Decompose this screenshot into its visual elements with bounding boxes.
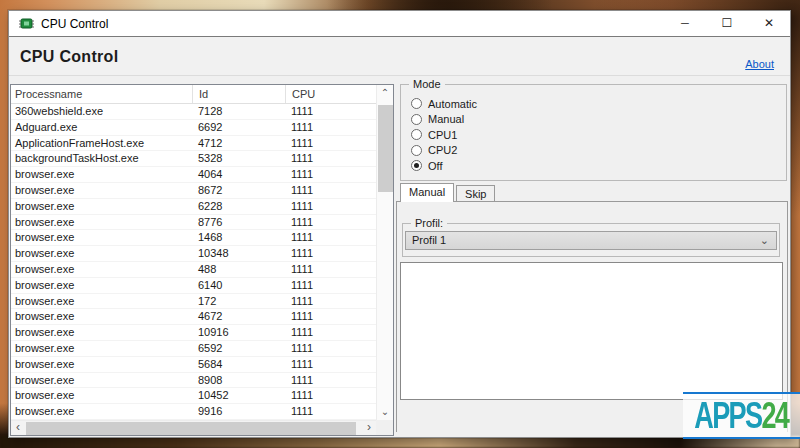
radio-button-icon[interactable] [411, 129, 422, 140]
cell-cpu: 1111 [285, 373, 369, 388]
cell-id: 1468 [192, 230, 285, 245]
radio-button-icon[interactable] [411, 145, 422, 156]
cell-processname: ApplicationFrameHost.exe [11, 136, 192, 151]
cell-cpu: 1111 [285, 388, 369, 403]
cell-processname: browser.exe [11, 325, 192, 340]
table-row[interactable]: browser.exe 1468 1111 [11, 230, 376, 246]
cell-cpu: 1111 [285, 278, 369, 293]
cell-processname: Adguard.exe [11, 120, 192, 135]
about-link[interactable]: About [745, 58, 774, 70]
table-row[interactable]: browser.exe 488 1111 [11, 262, 376, 278]
cell-cpu: 1111 [285, 262, 369, 277]
radio-label: Manual [428, 113, 464, 125]
cell-id: 8908 [192, 373, 285, 388]
cell-cpu: 1111 [285, 404, 369, 419]
radio-button-icon[interactable] [411, 114, 422, 125]
table-header-row: Processname Id CPU [11, 85, 393, 104]
scrollbar-corner [376, 420, 393, 435]
cell-processname: browser.exe [11, 215, 192, 230]
cell-id: 6692 [192, 120, 285, 135]
cell-processname: browser.exe [11, 373, 192, 388]
titlebar[interactable]: CPU Control ─ ☐ ✕ [9, 11, 790, 36]
cell-processname: browser.exe [11, 167, 192, 182]
scroll-right-icon[interactable]: › [362, 421, 376, 436]
page-title: CPU Control [20, 48, 118, 66]
table-row[interactable]: browser.exe 9916 1111 [11, 404, 376, 420]
table-row[interactable]: browser.exe 6140 1111 [11, 278, 376, 294]
cell-cpu: 1111 [285, 120, 369, 135]
cell-id: 5328 [192, 151, 285, 166]
table-row[interactable]: browser.exe 8908 1111 [11, 373, 376, 389]
table-row[interactable]: 360webshield.exe 7128 1111 [11, 104, 376, 120]
cell-cpu: 1111 [285, 230, 369, 245]
vertical-scroll-thumb[interactable] [378, 105, 393, 192]
table-row[interactable]: browser.exe 6592 1111 [11, 341, 376, 357]
table-row[interactable]: backgroundTaskHost.exe 5328 1111 [11, 151, 376, 167]
cell-processname: browser.exe [11, 388, 192, 403]
table-row[interactable]: browser.exe 10452 1111 [11, 388, 376, 404]
maximize-button[interactable]: ☐ [706, 11, 748, 36]
table-row[interactable]: browser.exe 172 1111 [11, 294, 376, 310]
mode-radio-option[interactable]: Automatic [411, 96, 786, 112]
radio-label: Off [428, 160, 442, 172]
cell-cpu: 1111 [285, 246, 369, 261]
header-band: CPU Control About [9, 37, 790, 76]
cell-cpu: 1111 [285, 199, 369, 214]
table-body: 360webshield.exe 7128 1111 Adguard.exe 6… [11, 104, 376, 420]
cell-processname: browser.exe [11, 341, 192, 356]
table-row[interactable]: browser.exe 10916 1111 [11, 325, 376, 341]
mode-radio-option[interactable]: Manual [411, 112, 786, 128]
cell-cpu: 1111 [285, 215, 369, 230]
tabstrip: Manual Skip [400, 183, 497, 202]
apps24-watermark-text: APPS24 [695, 394, 789, 437]
profil-group-label: Profil: [411, 217, 447, 229]
cell-cpu: 1111 [285, 151, 369, 166]
tab[interactable]: Skip [456, 185, 495, 202]
cell-processname: browser.exe [11, 404, 192, 419]
scroll-up-icon[interactable]: ⌃ [377, 85, 393, 101]
table-row[interactable]: browser.exe 4064 1111 [11, 167, 376, 183]
radio-button-icon[interactable] [411, 98, 422, 109]
profile-combobox[interactable]: Profil 1 ⌄ [405, 231, 777, 250]
cell-id: 4712 [192, 136, 285, 151]
table-row[interactable]: Adguard.exe 6692 1111 [11, 120, 376, 136]
table-row[interactable]: ApplicationFrameHost.exe 4712 1111 [11, 136, 376, 152]
cell-processname: browser.exe [11, 357, 192, 372]
cell-id: 8672 [192, 183, 285, 198]
table-row[interactable]: browser.exe 10348 1111 [11, 246, 376, 262]
mode-radio-option[interactable]: CPU1 [411, 127, 786, 143]
cell-id: 8776 [192, 215, 285, 230]
cell-processname: browser.exe [11, 230, 192, 245]
table-row[interactable]: browser.exe 6228 1111 [11, 199, 376, 215]
table-row[interactable]: browser.exe 5684 1111 [11, 357, 376, 373]
cell-id: 7128 [192, 104, 285, 119]
column-header-cpu[interactable]: CPU [285, 85, 369, 103]
table-row[interactable]: browser.exe 8672 1111 [11, 183, 376, 199]
table-row[interactable]: browser.exe 4672 1111 [11, 309, 376, 325]
process-listview[interactable]: Processname Id CPU 360webshield.exe 7128… [10, 84, 394, 436]
cell-processname: browser.exe [11, 199, 192, 214]
cell-processname: browser.exe [11, 262, 192, 277]
cell-processname: browser.exe [11, 294, 192, 309]
vertical-scrollbar[interactable]: ⌃ ⌄ [376, 85, 393, 420]
cpu-control-window: CPU Control ─ ☐ ✕ CPU Control About Proc… [8, 10, 791, 438]
horizontal-scroll-thumb[interactable] [26, 422, 356, 435]
column-header-processname[interactable]: Processname [11, 85, 192, 103]
close-button[interactable]: ✕ [748, 11, 790, 36]
scroll-down-icon[interactable]: ⌄ [377, 404, 393, 420]
cell-cpu: 1111 [285, 309, 369, 324]
radio-button-icon[interactable] [411, 160, 422, 171]
profile-process-listbox[interactable] [400, 262, 783, 400]
tab[interactable]: Manual [400, 183, 454, 202]
table-row[interactable]: browser.exe 8776 1111 [11, 215, 376, 231]
cell-id: 10348 [192, 246, 285, 261]
mode-radio-option[interactable]: Off [411, 158, 786, 174]
cell-id: 6140 [192, 278, 285, 293]
minimize-button[interactable]: ─ [664, 11, 706, 36]
horizontal-scrollbar[interactable]: ‹ › [11, 420, 376, 435]
mode-groupbox: Mode Automatic Manual CPU1 CPU2 [400, 84, 787, 181]
mode-radio-option[interactable]: CPU2 [411, 143, 786, 159]
cell-processname: browser.exe [11, 183, 192, 198]
column-header-id[interactable]: Id [192, 85, 285, 103]
scroll-left-icon[interactable]: ‹ [11, 421, 25, 436]
